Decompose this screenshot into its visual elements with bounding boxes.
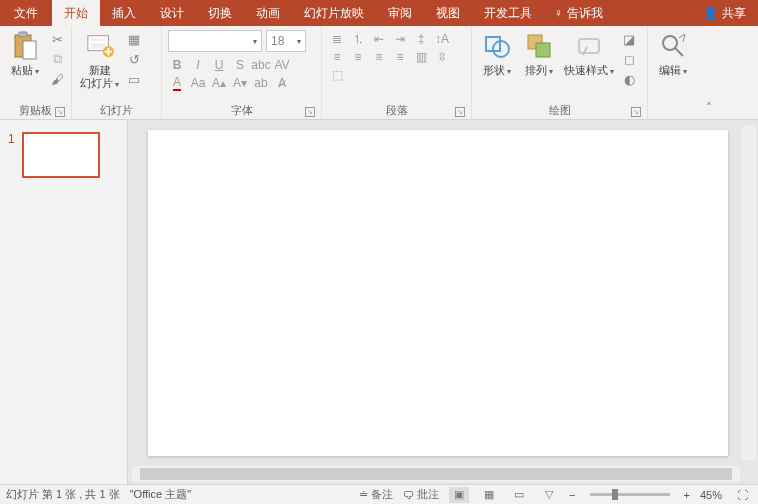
valign-icon: ⇳ <box>437 50 447 64</box>
align-left-icon: ≡ <box>333 50 340 64</box>
tell-me-label: 告诉我 <box>567 5 603 22</box>
new-slide-label: 新建 幻灯片 <box>80 64 113 89</box>
tab-view[interactable]: 视图 <box>424 0 472 26</box>
tab-design[interactable]: 设计 <box>148 0 196 26</box>
vertical-scrollbar[interactable] <box>742 126 756 460</box>
canvas-area <box>128 120 758 484</box>
tell-me[interactable]: ♀ 告诉我 <box>544 0 613 26</box>
notes-button[interactable]: ≐备注 <box>359 487 393 502</box>
chevron-down-icon: ▾ <box>115 80 119 89</box>
align-center-button[interactable]: ≡ <box>349 48 367 66</box>
notes-label: 备注 <box>371 487 393 502</box>
bullets-button[interactable]: ≣ <box>328 30 346 48</box>
line-spacing-button[interactable]: ‡ <box>412 30 430 48</box>
svg-rect-1 <box>19 32 27 37</box>
group-paragraph: ≣ ⒈ ⇤ ⇥ ‡ ↕A ≡ ≡ ≡ ≡ ▥ ⇳ ⬚ 段落↘ <box>322 26 472 119</box>
underline-button[interactable]: U <box>210 56 228 74</box>
strike-icon: S <box>236 58 244 72</box>
slide-canvas[interactable] <box>148 130 728 456</box>
tab-developer[interactable]: 开发工具 <box>472 0 544 26</box>
chevron-down-icon: ▾ <box>610 67 614 76</box>
align-text-button[interactable]: ⇳ <box>433 48 451 66</box>
lightbulb-icon: ♀ <box>554 6 563 20</box>
horizontal-scrollbar[interactable] <box>132 466 740 482</box>
textdir-icon: ↕A <box>435 32 449 46</box>
share-button[interactable]: 👤 共享 <box>691 0 758 26</box>
text-direction-button[interactable]: ↕A <box>433 30 451 48</box>
reset-button[interactable]: ↺ <box>125 50 143 68</box>
bold-button[interactable]: B <box>168 56 186 74</box>
dialog-launcher-clipboard[interactable]: ↘ <box>55 107 65 117</box>
tab-review[interactable]: 审阅 <box>376 0 424 26</box>
justify-button[interactable]: ≡ <box>391 48 409 66</box>
dialog-launcher-paragraph[interactable]: ↘ <box>455 107 465 117</box>
tab-slideshow[interactable]: 幻灯片放映 <box>292 0 376 26</box>
new-slide-button[interactable]: 新建 幻灯片▾ <box>76 28 123 93</box>
shape-effects-button[interactable]: ◐ <box>620 70 638 88</box>
format-painter-button[interactable]: 🖌 <box>48 70 66 88</box>
copy-button[interactable]: ⧉ <box>48 50 66 68</box>
zoom-out-button[interactable]: − <box>569 489 575 501</box>
font-family-combo[interactable]: ▾ <box>168 30 262 52</box>
smartart-button[interactable]: ⬚ <box>328 66 346 84</box>
layout-button[interactable]: ▦ <box>125 30 143 48</box>
fit-window-button[interactable]: ⛶ <box>732 487 752 503</box>
slide-counter: 幻灯片 第 1 张 , 共 1 张 <box>6 487 120 502</box>
tab-insert[interactable]: 插入 <box>100 0 148 26</box>
svg-rect-4 <box>90 39 105 42</box>
change-case-button[interactable]: Aa <box>189 74 207 92</box>
shape-outline-button[interactable]: ◻ <box>620 50 638 68</box>
normal-view-button[interactable]: ▣ <box>449 487 469 503</box>
char-spacing-button[interactable]: AV <box>273 56 291 74</box>
indent-icon: ⇥ <box>395 32 405 46</box>
comments-button[interactable]: 🗨批注 <box>403 487 439 502</box>
font-color-button[interactable]: A <box>168 74 186 92</box>
clear-format-button[interactable]: A̷ <box>273 74 291 92</box>
font-size-combo[interactable]: 18▾ <box>266 30 306 52</box>
reading-view-button[interactable]: ▭ <box>509 487 529 503</box>
tab-animation[interactable]: 动画 <box>244 0 292 26</box>
indent-less-button[interactable]: ⇤ <box>370 30 388 48</box>
align-left-button[interactable]: ≡ <box>328 48 346 66</box>
tab-home[interactable]: 开始 <box>52 0 100 26</box>
shapes-button[interactable]: 形状▾ <box>476 28 518 80</box>
group-drawing: 形状▾ 排列▾ 快速样式▾ ◪ ◻ ◐ 绘图↘ <box>472 26 648 119</box>
paste-button[interactable]: 粘贴▾ <box>4 28 46 80</box>
highlight-button[interactable]: ab <box>252 74 270 92</box>
section-button[interactable]: ▭ <box>125 70 143 88</box>
zoom-in-button[interactable]: + <box>684 489 690 501</box>
group-clipboard-label: 剪贴板 <box>19 103 52 118</box>
strikethrough-button[interactable]: S <box>231 56 249 74</box>
svg-rect-10 <box>536 43 550 57</box>
fit-icon: ⛶ <box>737 489 748 501</box>
cut-button[interactable]: ✂ <box>48 30 66 48</box>
underline-icon: U <box>215 58 224 72</box>
align-center-icon: ≡ <box>354 50 361 64</box>
editing-button[interactable]: 编辑▾ <box>652 28 694 80</box>
indent-more-button[interactable]: ⇥ <box>391 30 409 48</box>
slideshow-view-button[interactable]: ▽ <box>539 487 559 503</box>
tab-transition[interactable]: 切换 <box>196 0 244 26</box>
zoom-value[interactable]: 45% <box>700 489 722 501</box>
shape-fill-button[interactable]: ◪ <box>620 30 638 48</box>
thumbnail-item[interactable]: 1 <box>8 132 119 178</box>
align-right-button[interactable]: ≡ <box>370 48 388 66</box>
arrange-button[interactable]: 排列▾ <box>518 28 560 80</box>
shadow-button[interactable]: abc <box>252 56 270 74</box>
italic-button[interactable]: I <box>189 56 207 74</box>
sorter-view-button[interactable]: ▦ <box>479 487 499 503</box>
dialog-launcher-drawing[interactable]: ↘ <box>631 107 641 117</box>
comments-label: 批注 <box>417 487 439 502</box>
collapse-ribbon-button[interactable]: ˄ <box>698 26 720 119</box>
tab-file[interactable]: 文件 <box>0 0 52 26</box>
zoom-slider[interactable] <box>590 493 670 496</box>
zoom-knob[interactable] <box>612 489 618 500</box>
quick-styles-button[interactable]: 快速样式▾ <box>560 28 618 80</box>
columns-button[interactable]: ▥ <box>412 48 430 66</box>
grow-font-button[interactable]: A▴ <box>210 74 228 92</box>
numbering-button[interactable]: ⒈ <box>349 30 367 48</box>
scrollbar-thumb[interactable] <box>140 468 732 480</box>
dialog-launcher-font[interactable]: ↘ <box>305 107 315 117</box>
share-icon: 👤 <box>703 6 718 20</box>
shrink-font-button[interactable]: A▾ <box>231 74 249 92</box>
